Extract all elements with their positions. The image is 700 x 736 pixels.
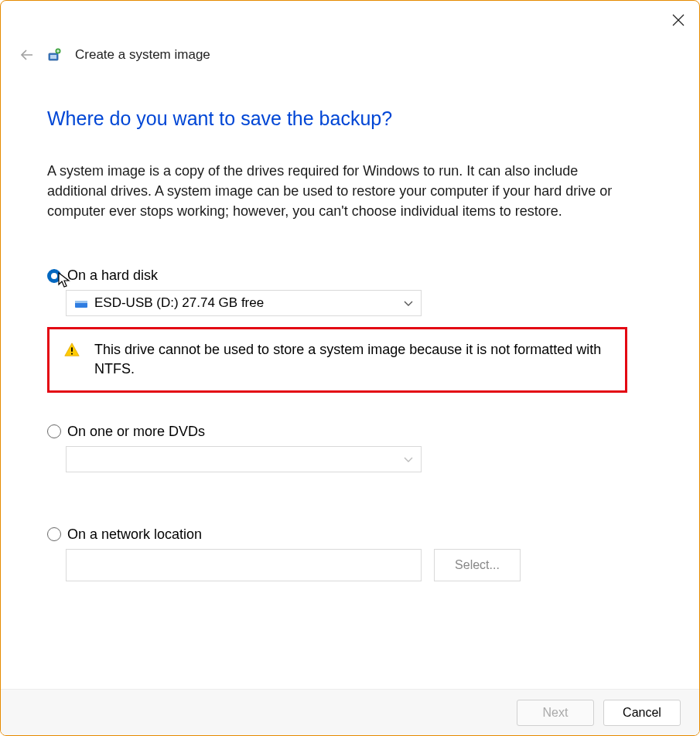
- network-path-input[interactable]: [66, 549, 422, 581]
- drive-label: ESD-USB (D:) 27.74 GB free: [94, 295, 264, 311]
- warning-callout: This drive cannot be used to store a sys…: [47, 327, 627, 392]
- footer-bar: Next Cancel: [1, 689, 699, 735]
- svg-rect-4: [50, 55, 56, 59]
- svg-rect-8: [71, 348, 73, 353]
- svg-rect-7: [75, 301, 87, 303]
- close-button[interactable]: [672, 12, 688, 28]
- dvd-dropdown[interactable]: [66, 446, 422, 472]
- back-arrow-icon[interactable]: [19, 47, 35, 63]
- select-network-button[interactable]: Select...: [434, 549, 521, 581]
- chevron-down-icon: [404, 451, 413, 467]
- svg-rect-9: [71, 353, 73, 355]
- drive-dropdown[interactable]: ESD-USB (D:) 27.74 GB free: [66, 290, 422, 316]
- drive-icon: [74, 298, 88, 308]
- radio-indicator: [47, 424, 61, 438]
- next-button[interactable]: Next: [517, 700, 594, 726]
- radio-label: On a hard disk: [67, 267, 158, 284]
- page-heading: Where do you want to save the backup?: [47, 107, 653, 130]
- radio-indicator: [47, 527, 61, 541]
- option-network: On a network location Select...: [47, 526, 653, 581]
- option-hard-disk: On a hard disk ESD-USB (D:) 27.74 GB fre…: [47, 267, 653, 392]
- warning-text: This drive cannot be used to store a sys…: [94, 340, 611, 379]
- option-dvd: On one or more DVDs: [47, 424, 653, 472]
- radio-label: On one or more DVDs: [67, 424, 205, 440]
- content-area: Where do you want to save the backup? A …: [47, 94, 653, 681]
- radio-network[interactable]: On a network location: [47, 526, 653, 543]
- radio-label: On a network location: [67, 526, 202, 543]
- radio-dvd[interactable]: On one or more DVDs: [47, 424, 653, 440]
- window-title: Create a system image: [75, 47, 210, 63]
- warning-icon: [63, 342, 80, 359]
- description-text: A system image is a copy of the drives r…: [47, 161, 635, 221]
- cancel-button[interactable]: Cancel: [603, 700, 681, 726]
- radio-indicator-selected: [47, 269, 61, 283]
- chevron-down-icon: [404, 295, 413, 311]
- radio-hard-disk[interactable]: On a hard disk: [47, 267, 653, 284]
- system-image-icon: [47, 47, 63, 63]
